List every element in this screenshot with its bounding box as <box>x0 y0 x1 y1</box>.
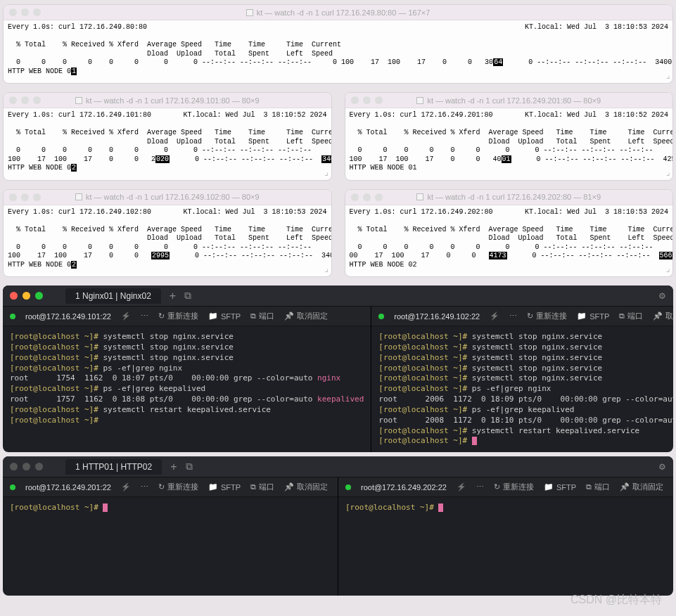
traffic-light-close[interactable] <box>9 193 17 201</box>
traffic-light-min[interactable] <box>21 96 29 104</box>
tab-active[interactable]: 1 HTTP01 | HTTP02 <box>65 459 162 475</box>
split-icon[interactable]: ⧉ <box>184 290 191 302</box>
more-icon[interactable]: ⋯ <box>476 482 484 492</box>
traffic-light-min[interactable] <box>23 292 30 300</box>
curl-line-1: 0 0 0 0 0 0 0 0 --:--:-- --:--:-- --:--:… <box>350 146 669 155</box>
new-tab-button[interactable]: + <box>170 290 176 302</box>
window-titlebar[interactable]: kt — watch -d -n 1 curl 172.16.249.201:8… <box>345 93 673 108</box>
traffic-light-max[interactable] <box>33 96 41 104</box>
terminal-body[interactable]: Every 1.0s: curl 172.16.249.202:80KT.loc… <box>345 205 673 277</box>
curl-header-1: % Total % Received % Xferd Average Speed… <box>350 226 669 235</box>
host-label[interactable]: root@172.16.249.101:22 <box>25 312 111 321</box>
pane-right: root@172.16.249.102:22⋯重新连接SFTP端口取消固定[ro… <box>371 307 673 452</box>
port-button-icon <box>250 482 256 492</box>
host-label[interactable]: root@172.16.249.102:22 <box>394 312 480 321</box>
traffic-light-max[interactable] <box>375 96 383 104</box>
traffic-light-close[interactable] <box>9 8 17 16</box>
reconnect-button[interactable]: 重新连接 <box>158 482 198 492</box>
unpin-button[interactable]: 取消固定 <box>620 482 663 492</box>
watch-timestamp: KT.local: Wed Jul 3 18:10:52 2024 <box>525 111 668 120</box>
traffic-light-max[interactable] <box>35 463 43 470</box>
traffic-light-close[interactable] <box>351 96 359 104</box>
resize-handle-icon[interactable]: ⌟ <box>665 71 670 82</box>
port-button-icon <box>619 312 625 321</box>
session-toolbar: root@172.16.249.101:22⋯重新连接SFTP端口取消固定 <box>3 307 371 326</box>
unpin-button-icon <box>284 482 294 492</box>
port-button[interactable]: 端口 <box>586 482 610 492</box>
traffic-light-close[interactable] <box>351 193 359 201</box>
traffic-light-max[interactable] <box>33 193 41 201</box>
window-titlebar[interactable]: kt — watch -d -n 1 curl 172.16.249.102:8… <box>4 190 331 205</box>
curl-header-2: Dload Upload Total Spent Left Speed <box>8 50 668 59</box>
window-titlebar[interactable]: kt — watch -d -n 1 curl 172.16.249.80:80… <box>4 5 672 20</box>
reconnect-button[interactable]: 重新连接 <box>494 482 534 492</box>
traffic-light-max[interactable] <box>375 193 383 201</box>
terminal-window: kt — watch -d -n 1 curl 172.16.249.80:80… <box>3 4 673 84</box>
session-toolbar: root@172.16.249.201:22⋯重新连接SFTP端口取消固定 <box>3 477 338 497</box>
terminal-line: [root@localhost ~]# systemctl stop nginx… <box>378 373 673 384</box>
folder-icon <box>416 193 423 200</box>
unpin-button[interactable]: 取消固定 <box>653 311 673 321</box>
split-icon[interactable]: ⧉ <box>186 461 193 473</box>
port-button[interactable]: 端口 <box>619 311 643 321</box>
bolt-icon[interactable] <box>121 312 131 321</box>
gear-icon[interactable] <box>658 462 666 472</box>
terminal-line: [root@localhost ~]# systemctl stop nginx… <box>378 353 673 364</box>
window-titlebar[interactable]: kt — watch -d -n 1 curl 172.16.249.101:8… <box>4 93 331 108</box>
more-icon[interactable]: ⋯ <box>141 482 148 492</box>
terminal-body[interactable]: Every 1.0s: curl 172.16.249.101:80KT.loc… <box>4 108 331 180</box>
terminal-output[interactable]: [root@localhost ~]# <box>338 497 673 596</box>
traffic-light-min[interactable] <box>363 96 371 104</box>
gear-icon[interactable] <box>658 291 666 301</box>
status-dot-icon <box>10 314 15 319</box>
unpin-button[interactable]: 取消固定 <box>284 482 328 492</box>
reconnect-button[interactable]: 重新连接 <box>158 311 198 321</box>
sftp-button[interactable]: SFTP <box>577 312 609 321</box>
bolt-icon[interactable] <box>490 312 499 321</box>
traffic-light-close[interactable] <box>9 96 17 104</box>
sftp-button[interactable]: SFTP <box>208 312 241 321</box>
terminal-output[interactable]: [root@localhost ~]# systemctl stop nginx… <box>3 326 371 432</box>
host-label[interactable]: root@172.16.249.201:22 <box>25 483 111 492</box>
terminal-window: kt — watch -d -n 1 curl 172.16.249.101:8… <box>3 92 332 181</box>
resize-handle-icon[interactable]: ⌟ <box>324 264 329 275</box>
bolt-icon[interactable] <box>457 482 466 492</box>
traffic-light-min[interactable] <box>21 8 29 16</box>
more-icon[interactable]: ⋯ <box>141 312 148 321</box>
traffic-light-min[interactable] <box>363 193 371 201</box>
cursor-icon <box>103 503 108 512</box>
traffic-light-min[interactable] <box>23 463 30 470</box>
traffic-light-max[interactable] <box>33 8 41 16</box>
watch-timestamp: KT.local: Wed Jul 3 18:10:53 2024 <box>525 208 668 217</box>
terminal-line: root 1757 1162 0 18:08 pts/0 00:00:00 gr… <box>10 394 364 405</box>
resize-handle-icon[interactable]: ⌟ <box>324 168 329 179</box>
traffic-light-min[interactable] <box>21 193 29 201</box>
curl-header-2: Dload Upload Total Spent Left Speed <box>8 234 327 243</box>
host-label[interactable]: root@172.16.249.202:22 <box>361 483 447 492</box>
new-tab-button[interactable]: + <box>170 461 177 473</box>
sftp-button[interactable]: SFTP <box>208 482 241 492</box>
unpin-button[interactable]: 取消固定 <box>284 311 328 321</box>
reconnect-button[interactable]: 重新连接 <box>527 311 567 321</box>
resize-handle-icon[interactable]: ⌟ <box>665 168 670 179</box>
terminal-line: root 1754 1162 0 18:07 pts/0 00:00:00 gr… <box>10 373 364 384</box>
port-button[interactable]: 端口 <box>250 482 274 492</box>
tab-active[interactable]: 1 Nginx01 | Nginx02 <box>65 288 161 304</box>
terminal-body[interactable]: Every 1.0s: curl 172.16.249.201:80KT.loc… <box>345 108 673 180</box>
window-title: kt — watch -d -n 1 curl 172.16.249.102:8… <box>75 193 260 201</box>
traffic-light-close[interactable] <box>10 463 18 470</box>
window-title: kt — watch -d -n 1 curl 172.16.249.201:8… <box>416 96 601 105</box>
traffic-light-close[interactable] <box>10 292 18 300</box>
curl-header-2: Dload Upload Total Spent Left Speed <box>8 138 327 147</box>
traffic-light-max[interactable] <box>35 292 43 300</box>
resize-handle-icon[interactable]: ⌟ <box>665 264 670 275</box>
terminal-body[interactable]: Every 1.0s: curl 172.16.249.80:80KT.loca… <box>4 20 672 83</box>
window-titlebar[interactable]: kt — watch -d -n 1 curl 172.16.249.202:8… <box>345 190 673 205</box>
sftp-button[interactable]: SFTP <box>544 482 576 492</box>
bolt-icon[interactable] <box>121 482 131 492</box>
port-button[interactable]: 端口 <box>250 311 274 321</box>
terminal-output[interactable]: [root@localhost ~]# <box>3 497 338 596</box>
terminal-body[interactable]: Every 1.0s: curl 172.16.249.102:80KT.loc… <box>4 205 331 277</box>
terminal-output[interactable]: [root@localhost ~]# systemctl stop nginx… <box>371 326 673 452</box>
more-icon[interactable]: ⋯ <box>509 312 517 321</box>
